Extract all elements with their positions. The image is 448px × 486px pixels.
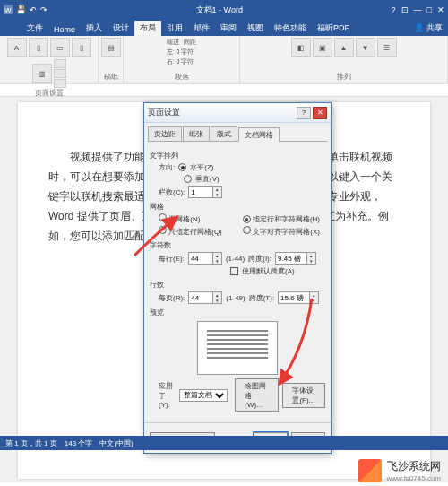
char-pitch-label: 跨度(I): [248, 254, 271, 264]
send-backward-button[interactable]: ▼ [356, 38, 375, 57]
window-help-icon[interactable]: ? [392, 5, 396, 14]
dialog-title: 页面设置 [148, 107, 180, 118]
per-page-label: 每页(R): [159, 293, 185, 303]
per-line-label: 每行(E): [159, 254, 185, 264]
line-pitch-spinner[interactable]: ▴▾ [278, 291, 319, 304]
section-text-direction: 文字排列 [150, 151, 325, 161]
tab-special[interactable]: 特色功能 [269, 21, 312, 36]
svg-text:W: W [4, 6, 12, 14]
radio-horizontal[interactable] [178, 163, 186, 171]
section-lines: 行数 [150, 280, 325, 290]
tab-design[interactable]: 设计 [108, 21, 134, 36]
section-chars: 字符数 [150, 240, 325, 250]
font-settings-button[interactable]: 字体设置(F)... [282, 383, 325, 408]
radio-no-grid[interactable] [159, 213, 167, 221]
per-line-range: (1-44) [226, 255, 245, 263]
gaozhi-button[interactable]: ▤ [101, 38, 121, 57]
text-direction-button[interactable]: A [7, 38, 27, 57]
tab-foxit[interactable]: 福昕PDF [312, 21, 355, 36]
breaks-button[interactable] [54, 59, 66, 68]
radio-vertical[interactable] [184, 175, 192, 183]
radio-char-align[interactable] [243, 226, 251, 234]
watermark-logo-icon [358, 459, 382, 482]
position-button[interactable]: ◧ [291, 38, 311, 57]
ribbon-tabs: 文件 Home 插入 设计 布局 引用 邮件 审阅 视图 特色功能 福昕PDF … [0, 20, 448, 36]
wrap-button[interactable]: ▣ [313, 38, 332, 57]
qat-redo-icon[interactable]: ↷ [40, 5, 47, 14]
tab-home[interactable]: Home [48, 23, 81, 36]
line-numbers-button[interactable] [54, 69, 66, 78]
tab-layout[interactable]: 布局 [134, 21, 161, 36]
window-close-icon[interactable]: ✕ [437, 5, 444, 14]
direction-label: 方向: [159, 162, 175, 172]
document-title: 文档1 - Word [47, 4, 392, 16]
use-default-pitch-checkbox[interactable] [230, 267, 238, 275]
per-line-spinner[interactable]: ▴▾ [188, 252, 222, 265]
tab-references[interactable]: 引用 [161, 21, 188, 36]
section-preview: 预览 [150, 308, 325, 317]
dtab-grid[interactable]: 文档网格 [238, 127, 280, 142]
qat-undo-icon[interactable]: ↶ [30, 5, 37, 14]
selection-pane-button[interactable]: ☰ [377, 38, 397, 57]
per-page-spinner[interactable]: ▴▾ [188, 291, 222, 304]
apply-to-select[interactable]: 整篇文档 [179, 389, 228, 402]
margins-button[interactable]: ▯ [29, 38, 48, 57]
watermark-name: 飞沙系统网 [387, 459, 441, 474]
line-pitch-label: 跨度(T): [249, 293, 274, 303]
hyphenation-button[interactable] [54, 79, 66, 88]
preview-box [197, 321, 278, 375]
watermark-url: www.fs0745.com [387, 474, 441, 482]
dialog-close-icon[interactable]: ✕ [313, 107, 327, 119]
qat-save-icon[interactable]: 💾 [16, 5, 26, 14]
status-words[interactable]: 143 个字 [65, 438, 93, 448]
size-button[interactable]: ▯ [72, 38, 91, 57]
share-button[interactable]: 👤 共享 [409, 21, 448, 36]
dtab-paper[interactable]: 纸张 [183, 126, 210, 141]
radio-line-grid[interactable] [159, 226, 167, 234]
group-paragraph: 段落 [175, 72, 189, 82]
group-gaozhi: 稿纸 [104, 72, 118, 82]
apply-to-label: 应用于(Y): [159, 381, 176, 409]
status-page[interactable]: 第 1 页，共 1 页 [5, 438, 57, 448]
window-maximize-icon[interactable]: □ [427, 5, 432, 14]
title-bar: W 💾 ↶ ↷ 文档1 - Word ? ⊡ — □ ✕ [0, 0, 448, 20]
per-page-range: (1-49) [226, 294, 245, 302]
columns-button[interactable]: ▥ [32, 64, 52, 83]
status-bar: 第 1 页，共 1 页 143 个字 中文(中国) [0, 436, 448, 450]
ribbon: A ▯ ▭ ▯ ▥ 页面设置 ▤ 稿纸 缩进 间距 左: 0 字符 右: 0 字… [0, 36, 448, 84]
watermark: 飞沙系统网 www.fs0745.com [358, 459, 441, 482]
indent-right[interactable]: 右: 0 字符 [167, 57, 194, 66]
tab-file[interactable]: 文件 [22, 21, 48, 36]
tab-view[interactable]: 视图 [242, 21, 269, 36]
tab-mailings[interactable]: 邮件 [188, 21, 215, 36]
window-minimize-icon[interactable]: — [414, 5, 422, 14]
indent-left[interactable]: 左: 0 字符 [167, 48, 194, 56]
dtab-margins[interactable]: 页边距 [148, 126, 182, 141]
tab-insert[interactable]: 插入 [81, 21, 108, 36]
draw-grid-button[interactable]: 绘图网格(W)... [235, 378, 279, 412]
word-icon: W [4, 5, 13, 14]
bring-forward-button[interactable]: ▲ [334, 38, 354, 57]
ribbon-options-icon[interactable]: ⊡ [401, 5, 409, 14]
status-lang[interactable]: 中文(中国) [99, 438, 133, 448]
columns-spinner[interactable]: ▴▾ [188, 186, 222, 198]
dialog-tabs: 页边距 纸张 版式 文档网格 [148, 126, 327, 142]
radio-line-char-grid[interactable] [243, 215, 251, 223]
group-arrange: 排列 [337, 72, 351, 82]
section-grid: 网格 [150, 202, 325, 212]
page-setup-dialog: 页面设置 ? ✕ 页边距 纸张 版式 文档网格 文字排列 方向: 水平(Z) 垂… [143, 102, 332, 454]
dtab-layout[interactable]: 版式 [211, 126, 237, 141]
dialog-help-icon[interactable]: ? [297, 107, 311, 119]
char-pitch-spinner[interactable]: ▴▾ [275, 252, 316, 265]
tab-review[interactable]: 审阅 [215, 21, 242, 36]
columns-label: 栏数(C): [159, 187, 185, 197]
orientation-button[interactable]: ▭ [50, 38, 70, 57]
